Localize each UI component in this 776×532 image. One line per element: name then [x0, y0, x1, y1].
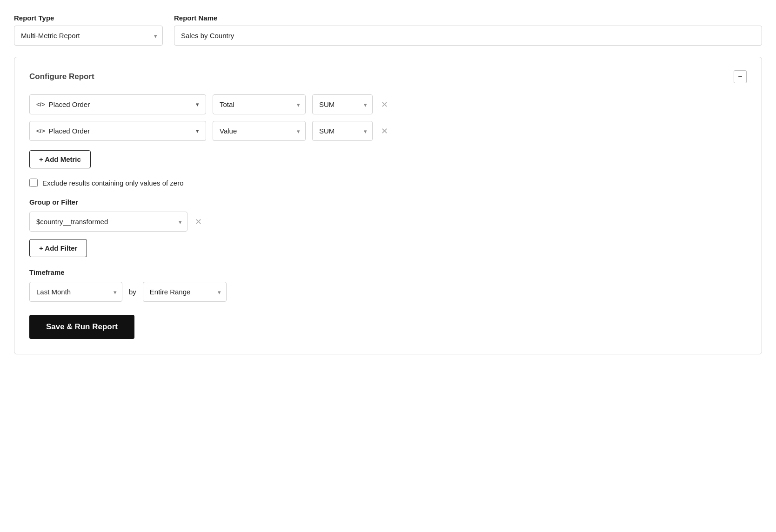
metric-event-select-2[interactable]: </> Placed Order ▾ [29, 121, 206, 141]
report-type-select[interactable]: Multi-Metric Report Single Metric Report… [14, 26, 163, 46]
timeframe-select-container: Last Month Last 7 Days Last 30 Days This… [29, 282, 122, 302]
remove-filter-button[interactable]: ✕ [193, 216, 204, 228]
top-section: Report Type Multi-Metric Report Single M… [14, 14, 762, 46]
metric-event-label-2: Placed Order [49, 127, 192, 135]
exclude-zeros-row: Exclude results containing only values o… [29, 179, 747, 187]
collapse-icon: − [738, 73, 742, 81]
metric-event-chevron-2: ▾ [196, 127, 199, 134]
filter-select-container: $country__transformed ▾ [29, 212, 187, 232]
by-label: by [129, 288, 136, 296]
remove-metric-button-1[interactable]: ✕ [379, 99, 390, 111]
report-name-input[interactable] [174, 26, 762, 46]
group-filter-section: Group or Filter $country__transformed ▾ … [29, 198, 747, 268]
timeframe-section: Timeframe Last Month Last 7 Days Last 30… [29, 268, 747, 302]
timeframe-row: Last Month Last 7 Days Last 30 Days This… [29, 282, 747, 302]
timeframe-label: Timeframe [29, 268, 747, 276]
metric-agg-select-2[interactable]: SUM AVG COUNT [312, 121, 373, 141]
configure-header: Configure Report − [29, 70, 747, 83]
metric-field-select-1[interactable]: Total Value Count [213, 94, 306, 114]
code-icon-1: </> [36, 101, 45, 108]
add-filter-button[interactable]: + Add Filter [29, 239, 87, 257]
metric-event-label-1: Placed Order [49, 100, 192, 108]
report-type-label: Report Type [14, 14, 163, 22]
group-filter-label: Group or Filter [29, 198, 747, 206]
metric-agg-select-1[interactable]: SUM AVG COUNT [312, 94, 373, 114]
metrics-section: </> Placed Order ▾ Total Value Count ▾ S… [29, 94, 747, 141]
configure-title: Configure Report [29, 72, 94, 81]
exclude-zeros-checkbox[interactable] [29, 179, 38, 187]
range-select-container: Entire Range Day Week Month ▾ [143, 282, 227, 302]
exclude-zeros-label: Exclude results containing only values o… [42, 179, 184, 187]
report-name-label: Report Name [174, 14, 762, 22]
timeframe-select[interactable]: Last Month Last 7 Days Last 30 Days This… [29, 282, 122, 302]
report-name-group: Report Name [174, 14, 762, 46]
filter-select[interactable]: $country__transformed [29, 212, 187, 232]
metric-row: </> Placed Order ▾ Total Value Count ▾ S… [29, 94, 747, 114]
report-type-select-container: Multi-Metric Report Single Metric Report… [14, 26, 163, 46]
report-type-group: Report Type Multi-Metric Report Single M… [14, 14, 163, 46]
save-run-button[interactable]: Save & Run Report [29, 315, 134, 339]
code-icon-2: </> [36, 127, 45, 134]
metric-agg-container-2: SUM AVG COUNT ▾ [312, 121, 373, 141]
metric-agg-container-1: SUM AVG COUNT ▾ [312, 94, 373, 114]
remove-metric-button-2[interactable]: ✕ [379, 125, 390, 137]
filter-row: $country__transformed ▾ ✕ [29, 212, 747, 232]
add-metric-button[interactable]: + Add Metric [29, 150, 91, 168]
configure-panel: Configure Report − </> Placed Order ▾ To… [14, 57, 762, 354]
metric-field-select-2[interactable]: Total Value Count [213, 121, 306, 141]
collapse-button[interactable]: − [734, 70, 747, 83]
metric-field-container-1: Total Value Count ▾ [213, 94, 306, 114]
metric-event-chevron-1: ▾ [196, 101, 199, 108]
metric-row: </> Placed Order ▾ Total Value Count ▾ S… [29, 121, 747, 141]
metric-event-select-1[interactable]: </> Placed Order ▾ [29, 94, 206, 114]
range-select[interactable]: Entire Range Day Week Month [143, 282, 227, 302]
metric-field-container-2: Total Value Count ▾ [213, 121, 306, 141]
